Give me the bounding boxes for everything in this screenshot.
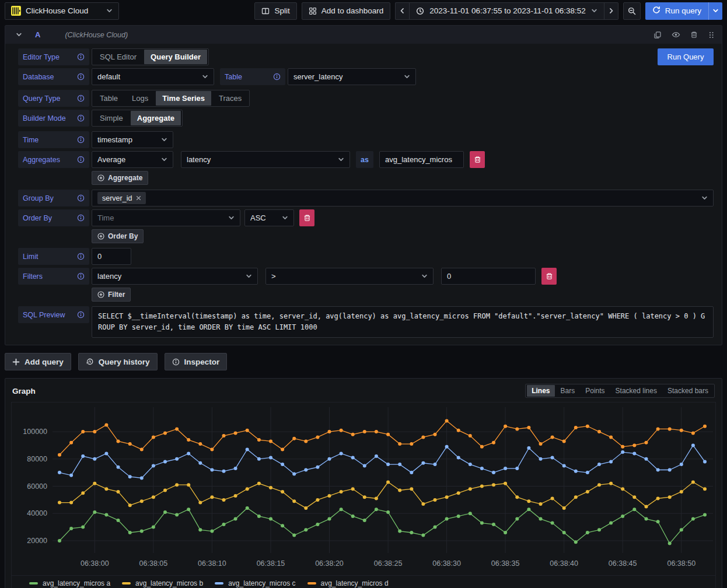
remove-order-by-button[interactable] <box>299 209 314 226</box>
datasource-hint: (ClickHouse Cloud) <box>65 31 128 39</box>
sync-icon <box>652 6 660 16</box>
info-icon[interactable] <box>77 94 85 102</box>
info-icon[interactable] <box>77 311 85 318</box>
trash-icon <box>303 214 311 222</box>
option-stacked-lines[interactable]: Stacked lines <box>611 385 662 397</box>
option-table[interactable]: Table <box>93 91 124 106</box>
add-filter-button[interactable]: Filter <box>92 288 131 302</box>
as-label: as <box>356 151 373 168</box>
add-aggregate-button[interactable]: Aggregate <box>92 171 148 185</box>
order-by-field-select[interactable]: Time <box>92 209 240 226</box>
datasource-picker[interactable]: ClickHouse Cloud <box>5 2 119 20</box>
svg-text:06:38:50: 06:38:50 <box>667 559 695 568</box>
time-back-button[interactable] <box>395 2 409 20</box>
info-icon[interactable] <box>77 136 85 144</box>
chevron-down-icon <box>712 8 719 14</box>
limit-input[interactable] <box>92 248 131 265</box>
time-forward-button[interactable] <box>604 2 618 20</box>
run-query-panel-button[interactable]: Run Query <box>658 48 714 65</box>
editor-type-label: Editor Type <box>18 48 89 65</box>
drag-handle-icon[interactable] <box>708 31 715 39</box>
group-by-select[interactable]: server_id <box>92 190 714 206</box>
legend-item[interactable]: avg_latency_micros b <box>122 579 203 587</box>
graph-title: Graph <box>12 387 36 396</box>
secondary-actions: Add query Query history Inspector <box>5 353 722 370</box>
order-by-label: Order By <box>18 209 89 226</box>
legend-item[interactable]: avg_latency_micros d <box>307 579 389 587</box>
remove-filter-button[interactable] <box>541 268 557 285</box>
option-sql-editor[interactable]: SQL Editor <box>93 50 143 64</box>
option-stacked-bars[interactable]: Stacked bars <box>663 385 713 397</box>
time-picker: 2023-11-01 06:37:55 to 2023-11-01 06:38:… <box>395 2 618 20</box>
table-select[interactable]: server_latency <box>288 68 416 85</box>
datasource-picker-label: ClickHouse Cloud <box>26 6 88 15</box>
legend-item[interactable]: avg_latency_micros c <box>215 579 295 587</box>
info-icon[interactable] <box>77 272 85 280</box>
time-series-chart[interactable]: 2000040000600008000010000006:38:0006:38:… <box>11 402 716 588</box>
chevron-left-icon <box>399 8 406 14</box>
time-column-select[interactable]: timestamp <box>92 131 173 148</box>
chevron-down-icon <box>223 215 235 221</box>
builder-mode-label: Builder Mode <box>18 110 89 127</box>
remove-query-icon[interactable] <box>690 31 698 38</box>
info-icon[interactable] <box>77 73 85 80</box>
query-editor-panel: A (ClickHouse Cloud) Editor Type SQL Edi… <box>5 25 722 345</box>
run-query-button[interactable]: Run query <box>645 2 708 20</box>
legend-series-name: avg_latency_micros c <box>228 579 295 587</box>
add-order-by-button[interactable]: Order By <box>92 229 144 243</box>
filter-operator-select[interactable]: > <box>265 268 434 285</box>
query-row-header[interactable]: A (ClickHouse Cloud) <box>5 26 722 44</box>
svg-text:06:38:05: 06:38:05 <box>139 559 168 568</box>
info-icon[interactable] <box>77 253 85 260</box>
run-query-dropdown-button[interactable] <box>708 2 722 20</box>
info-icon[interactable] <box>77 156 85 163</box>
order-by-direction-select[interactable]: ASC <box>244 209 294 226</box>
option-query-builder[interactable]: Query Builder <box>144 50 207 64</box>
option-points[interactable]: Points <box>581 385 609 397</box>
info-icon[interactable] <box>77 53 85 61</box>
database-select[interactable]: default <box>92 68 214 85</box>
add-query-button[interactable]: Add query <box>5 353 71 370</box>
option-aggregate[interactable]: Aggregate <box>131 111 181 125</box>
aggregate-column-select[interactable]: latency <box>181 151 350 168</box>
plus-circle-icon <box>97 233 104 240</box>
info-icon[interactable] <box>77 114 85 122</box>
remove-aggregate-button[interactable] <box>470 151 485 168</box>
option-traces[interactable]: Traces <box>212 91 248 106</box>
info-icon[interactable] <box>77 214 85 222</box>
chevron-down-icon <box>106 8 113 14</box>
info-icon[interactable] <box>273 73 281 80</box>
split-button[interactable]: Split <box>254 2 296 20</box>
legend-series-name: avg_latency_micros b <box>135 579 203 587</box>
graph-panel: Graph LinesBarsPointsStacked linesStacke… <box>5 378 722 588</box>
duplicate-query-icon[interactable] <box>653 31 662 39</box>
query-history-button[interactable]: Query history <box>78 353 158 370</box>
zoom-out-button[interactable] <box>623 2 641 20</box>
chevron-down-icon <box>277 215 288 221</box>
aggregate-function-select[interactable]: Average <box>92 151 173 168</box>
group-by-chip[interactable]: server_id <box>97 192 146 204</box>
aggregate-alias-input[interactable] <box>379 151 464 168</box>
option-simple[interactable]: Simple <box>93 111 130 125</box>
option-logs[interactable]: Logs <box>125 91 155 106</box>
svg-text:06:38:40: 06:38:40 <box>550 559 578 568</box>
option-lines[interactable]: Lines <box>527 385 554 397</box>
option-time-series[interactable]: Time Series <box>156 91 211 106</box>
filter-value-input[interactable] <box>441 268 536 285</box>
chevron-down-icon <box>241 273 252 279</box>
filter-column-select[interactable]: latency <box>92 268 258 285</box>
builder-mode-switch: SimpleAggregate <box>92 110 183 127</box>
legend-series-swatch <box>215 582 223 584</box>
add-to-dashboard-button[interactable]: Add to dashboard <box>302 2 391 20</box>
chevron-down-icon <box>156 156 167 163</box>
legend-item[interactable]: avg_latency_micros a <box>29 579 110 587</box>
info-icon[interactable] <box>77 194 85 202</box>
hide-query-icon[interactable] <box>672 30 680 39</box>
inspector-button[interactable]: Inspector <box>165 353 228 370</box>
time-range-picker-button[interactable]: 2023-11-01 06:37:55 to 2023-11-01 06:38:… <box>409 2 604 20</box>
option-bars[interactable]: Bars <box>556 385 580 397</box>
svg-text:60000: 60000 <box>27 482 47 491</box>
remove-chip-icon[interactable] <box>136 195 141 201</box>
collapse-chevron-icon[interactable] <box>16 32 22 38</box>
svg-text:20000: 20000 <box>27 537 47 545</box>
